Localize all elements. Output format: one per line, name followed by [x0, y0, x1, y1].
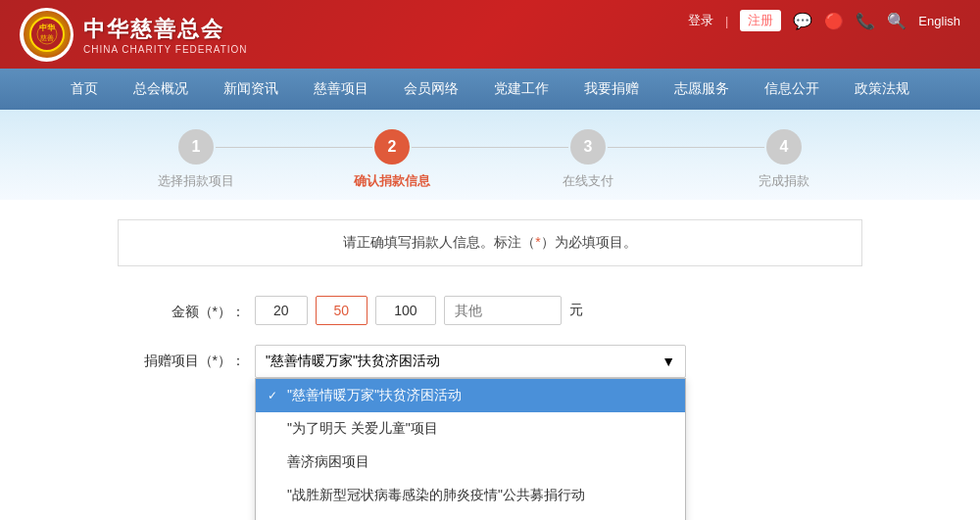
project-selected-text: "慈善情暖万家"扶贫济困活动 [266, 353, 440, 370]
amount-label: 金额（*）： [137, 296, 255, 321]
nav-policy[interactable]: 政策法规 [837, 69, 927, 110]
step-3: 3 在线支付 [490, 129, 686, 190]
logo-en-text: CHINA CHARITY FEDERATION [83, 44, 248, 55]
amount-btn-20[interactable]: 20 [255, 296, 308, 325]
logo-emblem: 中华 慈善 [20, 8, 74, 62]
svg-text:慈善: 慈善 [39, 33, 54, 42]
project-selected[interactable]: "慈善情暖万家"扶贫济困活动 ▼ [255, 345, 686, 378]
logo: 中华 慈善 中华慈善总会 CHINA CHARITY FEDERATION [20, 8, 248, 62]
project-label: 捐赠项目（*）： [137, 345, 255, 370]
amount-btn-50[interactable]: 50 [316, 296, 368, 325]
amount-other-input[interactable] [444, 296, 562, 325]
weibo-icon[interactable]: 🔴 [824, 12, 844, 30]
project-option-2[interactable]: 善济病困项目 [256, 446, 685, 479]
step-1-label: 选择捐款项目 [158, 172, 234, 190]
amount-content: 20 50 100 元 [255, 296, 843, 325]
nav-news[interactable]: 新闻资讯 [206, 69, 296, 110]
form-area: 金额（*）： 20 50 100 元 捐赠项目（*）： "慈善情暖万家"扶贫济困… [118, 286, 862, 520]
logo-text: 中华慈善总会 CHINA CHARITY FEDERATION [83, 15, 248, 55]
asterisk: * [535, 234, 540, 250]
chevron-down-icon: ▼ [662, 354, 675, 369]
project-option-1-label: "为了明天 关爱儿童"项目 [287, 420, 438, 438]
step-3-label: 在线支付 [563, 172, 613, 190]
notice-bar: 请正确填写捐款人信息。标注（*）为必填项目。 [118, 219, 862, 266]
header: 中华 慈善 中华慈善总会 CHINA CHARITY FEDERATION 登录… [0, 0, 980, 69]
step-2-circle: 2 [374, 129, 410, 165]
content-area: 请正确填写捐款人信息。标注（*）为必填项目。 金额（*）： 20 50 100 … [0, 219, 980, 520]
language-button[interactable]: English [918, 14, 960, 28]
divider: | [725, 14, 728, 28]
notice-text: 请正确填写捐款人信息。标注（*）为必填项目。 [343, 234, 636, 250]
phone-icon[interactable]: 📞 [856, 12, 875, 30]
login-link[interactable]: 登录 [688, 12, 713, 29]
amount-row: 金额（*）： 20 50 100 元 [118, 296, 862, 325]
step-4: 4 完成捐款 [686, 129, 882, 190]
project-dropdown-list: ✓ "慈善情暖万家"扶贫济困活动 "为了明天 关爱儿童"项目 善济病困项目 [255, 378, 686, 520]
step-1-circle: 1 [178, 129, 214, 165]
logo-cn-text: 中华慈善总会 [83, 15, 248, 44]
steps-container: 1 选择捐款项目 2 确认捐款信息 3 在线支付 4 完成捐款 [0, 110, 980, 200]
step-4-label: 完成捐款 [759, 172, 809, 190]
check-icon: ✓ [268, 389, 281, 402]
amount-unit: 元 [569, 302, 583, 319]
project-option-3-label: "战胜新型冠状病毒感染的肺炎疫情"公共募捐行动 [287, 487, 585, 504]
project-option-0-label: "慈善情暖万家"扶贫济困活动 [287, 387, 462, 404]
project-option-0[interactable]: ✓ "慈善情暖万家"扶贫济困活动 [256, 379, 685, 412]
nav-members[interactable]: 会员网络 [386, 69, 476, 110]
nav-info[interactable]: 信息公开 [747, 69, 837, 110]
project-dropdown[interactable]: "慈善情暖万家"扶贫济困活动 ▼ ✓ "慈善情暖万家"扶贫济困活动 "为了明天 … [255, 345, 686, 378]
nav-volunteer[interactable]: 志愿服务 [657, 69, 747, 110]
project-option-2-label: 善济病困项目 [287, 453, 369, 471]
step-3-circle: 3 [570, 129, 606, 165]
step-4-circle: 4 [766, 129, 802, 165]
step-1: 1 选择捐款项目 [98, 129, 294, 190]
main-nav: 首页 总会概况 新闻资讯 慈善项目 会员网络 党建工作 我要捐赠 志愿服务 信息… [0, 69, 980, 110]
wechat-icon[interactable]: 💬 [793, 12, 812, 30]
nav-home[interactable]: 首页 [53, 69, 116, 110]
step-2-label: 确认捐款信息 [354, 172, 430, 190]
step-2: 2 确认捐款信息 [294, 129, 490, 190]
nav-donate[interactable]: 我要捐赠 [566, 69, 657, 110]
nav-projects[interactable]: 慈善项目 [296, 69, 386, 110]
register-link[interactable]: 注册 [740, 10, 781, 31]
project-option-4[interactable]: 中华慈善总会新苗困境儿童救助项目 [256, 512, 685, 520]
nav-about[interactable]: 总会概况 [116, 69, 206, 110]
project-row: 捐赠项目（*）： "慈善情暖万家"扶贫济困活动 ▼ ✓ "慈善情暖万家"扶贫济困… [118, 345, 862, 378]
header-actions: 登录 | 注册 💬 🔴 📞 🔍 English [688, 10, 960, 31]
logo-icon: 中华 慈善 [24, 11, 71, 58]
project-content: "慈善情暖万家"扶贫济困活动 ▼ ✓ "慈善情暖万家"扶贫济困活动 "为了明天 … [255, 345, 843, 378]
project-option-3[interactable]: "战胜新型冠状病毒感染的肺炎疫情"公共募捐行动 [256, 479, 685, 512]
project-option-1[interactable]: "为了明天 关爱儿童"项目 [256, 412, 685, 446]
amount-btn-100[interactable]: 100 [375, 296, 435, 325]
search-icon[interactable]: 🔍 [887, 12, 906, 30]
nav-party[interactable]: 党建工作 [476, 69, 566, 110]
